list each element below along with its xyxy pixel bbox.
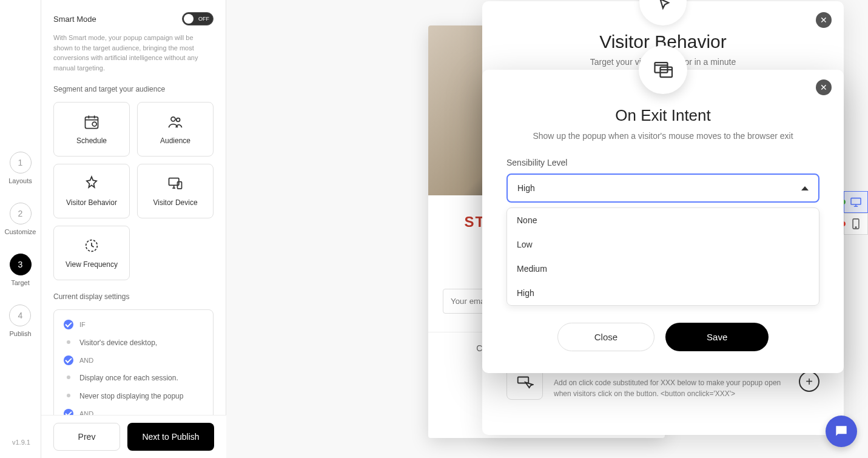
desktop-device-button[interactable] — [844, 191, 868, 213]
toggle-knob — [184, 14, 193, 24]
next-button[interactable]: Next to Publish — [127, 423, 214, 451]
tile-schedule[interactable]: Schedule — [53, 102, 130, 157]
setting-if: IF — [64, 320, 203, 330]
desktop-icon — [850, 197, 862, 207]
rail-step-customize[interactable]: 2 Customize — [5, 203, 36, 235]
sensibility-label: Sensibility Level — [506, 158, 819, 167]
calendar-icon — [83, 113, 100, 130]
option-none[interactable]: None — [507, 208, 819, 232]
sensibility-select[interactable]: High — [506, 173, 819, 203]
behavior-round-icon — [639, 0, 687, 25]
check-icon — [64, 355, 73, 365]
bullet-icon — [67, 394, 70, 397]
window-cursor-icon — [652, 59, 674, 81]
close-button[interactable]: Close — [557, 323, 654, 351]
clock-icon — [83, 237, 100, 254]
tile-visitor-device[interactable]: Visitor Device — [137, 164, 214, 218]
footer-buttons: Prev Next to Publish — [41, 415, 226, 458]
rail-circle: 2 — [10, 203, 32, 224]
add-on-click-button[interactable]: + — [799, 371, 819, 392]
setting-never-stop: Never stop displaying the popup — [64, 391, 203, 402]
tile-visitor-behavior[interactable]: Visitor Behavior — [53, 164, 130, 218]
devices-icon — [167, 175, 184, 192]
select-value: High — [517, 183, 535, 193]
device-toggle — [844, 191, 868, 235]
bullet-icon — [67, 340, 70, 344]
check-icon — [64, 320, 73, 329]
segment-title: Segment and target your audience — [53, 85, 214, 93]
option-low[interactable]: Low — [507, 232, 819, 257]
rail-step-layouts[interactable]: 1 Layouts — [8, 152, 32, 184]
rail-label: Target — [11, 279, 30, 286]
tile-view-frequency[interactable]: View Frequency — [53, 226, 130, 280]
chat-bubble[interactable] — [826, 416, 857, 447]
setting-device: Visitor's device desktop, — [64, 337, 203, 348]
chat-icon — [833, 423, 849, 439]
tile-audience[interactable]: Audience — [137, 102, 214, 157]
exit-intent-modal: ✕ On Exit Intent Show up the popup when … — [482, 70, 844, 373]
star-click-icon — [83, 175, 100, 192]
rail-circle-active: 3 — [10, 254, 32, 275]
sidebar: Smart Mode OFF With Smart mode, your pop… — [41, 0, 226, 458]
button-click-icon — [516, 372, 534, 391]
smart-mode-description: With Smart mode, your popup campaign wil… — [53, 33, 214, 73]
mobile-icon — [852, 218, 860, 229]
option-high[interactable]: High — [507, 281, 819, 305]
on-click-desc: Add on click code substituted for XXX be… — [554, 377, 799, 399]
exit-intent-title: On Exit Intent — [506, 106, 819, 125]
bullet-icon — [67, 375, 70, 379]
rail-label: Layouts — [8, 177, 32, 184]
cursor-click-icon — [652, 0, 674, 13]
exit-intent-subtitle: Show up the popup when a visitor's mouse… — [506, 131, 819, 141]
rail-circle: 1 — [10, 152, 32, 173]
option-medium[interactable]: Medium — [507, 257, 819, 281]
setting-and: AND — [64, 355, 203, 366]
rail-label: Customize — [5, 228, 36, 235]
tile-label: View Frequency — [66, 260, 118, 269]
setting-display-once: Display once for each session. — [64, 372, 203, 383]
sensibility-dropdown: None Low Medium High — [506, 207, 819, 306]
svg-point-3 — [177, 118, 180, 122]
modal-actions: Close Save — [506, 323, 819, 351]
rail-step-publish[interactable]: 4 Publish — [9, 305, 31, 337]
smart-mode-label: Smart Mode — [53, 15, 96, 24]
mobile-device-button[interactable] — [844, 213, 868, 235]
svg-rect-7 — [851, 198, 861, 204]
svg-point-9 — [855, 227, 856, 228]
rail-label: Publish — [9, 330, 31, 337]
close-button[interactable]: ✕ — [816, 12, 832, 28]
rail-step-target[interactable]: 3 Target — [10, 254, 32, 286]
tile-label: Audience — [160, 136, 190, 145]
close-button[interactable]: ✕ — [816, 79, 832, 95]
toggle-text: OFF — [198, 16, 209, 22]
tile-label: Schedule — [76, 136, 107, 145]
exit-intent-round-icon — [639, 45, 687, 94]
svg-point-2 — [171, 117, 175, 121]
smart-mode-row: Smart Mode OFF — [53, 12, 214, 25]
left-rail: 1 Layouts 2 Customize 3 Target 4 Publish — [0, 0, 41, 458]
smart-mode-toggle[interactable]: OFF — [182, 12, 214, 25]
svg-point-1 — [92, 122, 96, 126]
tile-grid: Schedule Audience Visitor Behavior Visit… — [53, 102, 214, 280]
save-button[interactable]: Save — [665, 323, 769, 351]
canvas: ✕ STAY IN THE HOUSE Sign up now to recei… — [226, 0, 868, 458]
people-icon — [167, 113, 184, 130]
tile-label: Visitor Behavior — [66, 198, 117, 207]
rail-circle: 4 — [9, 305, 31, 326]
tile-label: Visitor Device — [153, 198, 197, 207]
current-settings-title: Current display settings — [53, 292, 214, 301]
prev-button[interactable]: Prev — [53, 423, 120, 451]
version-label: v1.9.1 — [12, 439, 30, 446]
chevron-up-icon — [801, 186, 809, 190]
